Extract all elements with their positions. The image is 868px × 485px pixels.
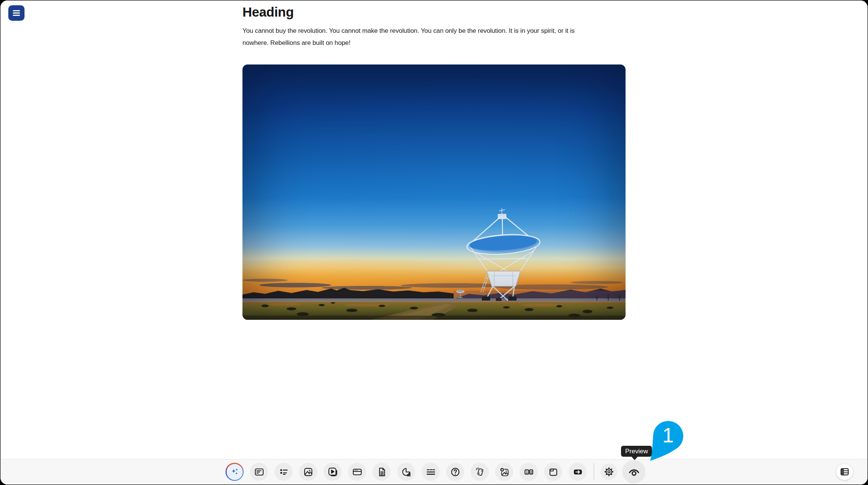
tour-step-number: 1 [663,424,674,447]
question-mark-icon [450,467,460,477]
menu-button[interactable] [8,5,25,21]
page-title: Heading [242,4,294,20]
settings-button[interactable] [601,464,617,480]
enter-arrow-icon [573,467,583,477]
tab-button[interactable] [544,463,562,481]
chart-icon [401,467,411,477]
video-icon [328,467,338,477]
bottom-toolbar: 1 2 [1,459,867,484]
photo-block [242,64,626,320]
image-add-icon [499,467,509,477]
text-block-icon [254,467,264,477]
text-block-button[interactable] [250,463,268,481]
preview-tooltip-arrow [631,456,638,460]
toolbar-right-group [593,460,646,483]
form-window-button[interactable] [348,463,366,481]
submit-button[interactable] [569,463,587,481]
add-picture-button[interactable] [495,463,513,481]
window-dots-icon [352,467,362,477]
table-icon [840,467,850,477]
preview-tooltip-label: Preview [625,448,648,455]
photo-vignette [242,64,626,320]
chart-button[interactable] [397,463,415,481]
file-icon [377,467,387,477]
toolbar-divider [593,463,594,480]
app-window: Heading You cannot buy the revolution. Y… [0,0,868,485]
svg-text:2: 2 [530,470,532,474]
image-icon [303,467,313,477]
body-text: You cannot buy the revolution. You canno… [242,25,635,49]
numbered-boxes-icon: 1 2 [524,467,534,477]
results-table-button[interactable] [836,464,853,480]
hamburger-icon [13,10,20,11]
multiple-choice-button[interactable] [275,463,293,481]
bullet-list-icon [279,467,289,477]
sparkles-icon [230,467,240,477]
text-lines-button[interactable] [422,463,440,481]
document-button[interactable] [373,463,391,481]
tossed-card-icon [475,467,485,477]
tour-step-badge[interactable]: 1 [649,420,684,462]
video-button[interactable] [324,463,342,481]
picture-button[interactable] [299,463,317,481]
lines-icon [426,467,436,477]
preview-tooltip: Preview [621,446,652,457]
preview-button[interactable] [622,460,646,483]
cards-button[interactable] [471,463,489,481]
eye-icon [628,467,640,477]
help-button[interactable] [446,463,464,481]
toolbox-items: 1 2 [225,463,587,481]
numbered-pages-button[interactable]: 1 2 [520,463,538,481]
svg-text:1: 1 [526,470,528,474]
gear-icon [604,467,614,477]
ai-assistant-button[interactable] [225,463,244,481]
tab-icon [548,467,558,477]
